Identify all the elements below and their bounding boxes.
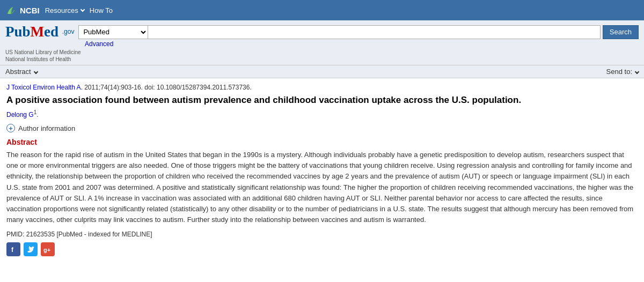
pubmed-logo: PubMed .gov: [5, 25, 74, 39]
abstract-toolbar: Abstract Send to:: [0, 65, 644, 78]
pmid-line: PMID: 21623535 [PubMed - indexed for MED…: [6, 231, 638, 238]
googleplus-icon: g+: [43, 246, 52, 253]
abstract-text: The reason for the rapid rise of autism …: [6, 150, 638, 225]
abstract-heading: Abstract: [6, 138, 638, 146]
main-content: J Toxicol Environ Health A. 2011;74(14):…: [0, 78, 644, 262]
article-title: A positive association found between aut…: [6, 94, 638, 106]
googleplus-share-button[interactable]: g+: [41, 242, 55, 256]
search-bar-area: PubMed .gov PubMed Search Advanced US Na…: [0, 20, 644, 65]
facebook-share-button[interactable]: f: [6, 242, 20, 256]
database-select[interactable]: PubMed: [78, 25, 148, 39]
nav-howto[interactable]: How To: [90, 6, 118, 14]
send-to[interactable]: Send to:: [606, 68, 639, 76]
svg-text:g+: g+: [43, 247, 50, 253]
top-navigation: NCBI Resources How To: [0, 0, 644, 20]
howto-chevron-icon: [115, 9, 118, 12]
nav-resources[interactable]: Resources: [45, 6, 84, 14]
twitter-icon: [27, 246, 34, 253]
facebook-icon: f: [10, 246, 17, 253]
social-icons: f g+: [6, 242, 638, 256]
abstract-tab[interactable]: Abstract: [5, 68, 38, 76]
plus-icon: +: [6, 124, 15, 132]
ncbi-label: NCBI: [20, 6, 40, 15]
journal-citation: J Toxicol Environ Health A. 2011;74(14):…: [6, 84, 638, 91]
svg-text:f: f: [11, 246, 14, 253]
ncbi-logo: NCBI: [5, 4, 40, 16]
search-button[interactable]: Search: [603, 25, 639, 39]
author-line: Delong G1.: [6, 109, 638, 118]
twitter-share-button[interactable]: [24, 242, 38, 256]
search-input[interactable]: [148, 25, 600, 39]
advanced-link[interactable]: Advanced: [85, 40, 113, 48]
nih-text: US National Library of Medicine National…: [5, 49, 113, 63]
sendto-chevron-icon: [635, 69, 639, 73]
author-link[interactable]: Delong G: [6, 111, 34, 118]
journal-link[interactable]: J Toxicol Environ Health A.: [6, 84, 83, 91]
resources-chevron-icon: [80, 8, 85, 12]
leaf-icon: [5, 4, 17, 16]
author-info-label: Author information: [18, 124, 75, 132]
search-row: PubMed .gov PubMed Search: [5, 25, 639, 39]
abstract-chevron-icon: [33, 69, 38, 73]
author-info-toggle[interactable]: + Author information: [6, 124, 638, 132]
